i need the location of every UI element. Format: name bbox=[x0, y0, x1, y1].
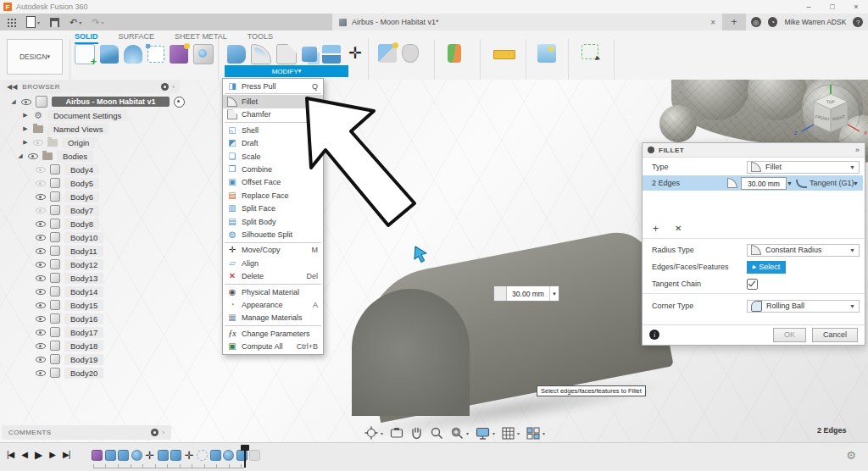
orbit-icon[interactable] bbox=[364, 426, 378, 440]
visibility-eye-icon[interactable] bbox=[36, 260, 46, 269]
dimension-dropdown-icon[interactable]: ▾ bbox=[549, 286, 559, 301]
timeline-pattern-feature[interactable] bbox=[197, 450, 208, 461]
timeline-solid-feature[interactable] bbox=[105, 450, 116, 461]
cancel-button[interactable]: Cancel bbox=[812, 328, 858, 342]
file-menu-caret-icon[interactable]: ▾ bbox=[37, 19, 40, 25]
insert-image-icon[interactable] bbox=[537, 44, 556, 63]
panel-options-icon[interactable] bbox=[161, 83, 169, 91]
menu-item-align[interactable]: ▱Align bbox=[223, 257, 323, 269]
menu-item-fillet[interactable]: FilletF bbox=[223, 95, 323, 108]
tangent-chain-checkbox[interactable] bbox=[747, 279, 758, 290]
close-button[interactable]: × bbox=[844, 0, 868, 14]
ok-button[interactable]: OK bbox=[773, 328, 806, 342]
fillet-radius-input[interactable]: 30.00 mm bbox=[741, 177, 787, 190]
browser-body-body13[interactable]: Body13 bbox=[2, 271, 185, 285]
menu-item-move-copy[interactable]: ✛Move/CopyM bbox=[223, 244, 323, 257]
edge-set-row[interactable]: 2 Edges 30.00 mm ▼ Tangent (G1) ▼ bbox=[643, 175, 863, 191]
tab-surface[interactable]: SURFACE bbox=[119, 32, 155, 44]
menu-item-appearance[interactable]: ◔AppearanceA bbox=[223, 298, 323, 311]
timeline-split-feature[interactable] bbox=[158, 450, 169, 461]
fillet-icon[interactable] bbox=[251, 44, 271, 64]
chevron-down-icon[interactable]: ▼ bbox=[853, 180, 859, 186]
job-status-icon[interactable]: ◔ bbox=[768, 17, 778, 27]
visibility-eye-icon[interactable] bbox=[36, 314, 46, 324]
browser-body-body15[interactable]: Body15 bbox=[2, 298, 185, 312]
press-pull-icon[interactable] bbox=[227, 45, 246, 64]
browser-body-body7[interactable]: Body7 bbox=[2, 203, 185, 217]
visibility-eye-icon[interactable] bbox=[28, 152, 38, 161]
timeline-settings-gear-icon[interactable]: ⚙ bbox=[846, 449, 856, 462]
select-tool-icon[interactable] bbox=[581, 44, 598, 59]
hole-icon[interactable] bbox=[193, 44, 214, 64]
browser-body-body18[interactable]: Body18 bbox=[2, 339, 185, 352]
document-tab-close-icon[interactable]: × bbox=[710, 18, 715, 27]
redo-caret-icon[interactable]: ▾ bbox=[101, 19, 103, 25]
minimize-button[interactable]: – bbox=[797, 0, 821, 14]
fillet-dialog-header[interactable]: FILLET » bbox=[643, 143, 865, 158]
corner-type-select[interactable]: Rolling Ball ▼ bbox=[747, 300, 860, 313]
browser-body-body10[interactable]: Body10 bbox=[2, 230, 185, 244]
pan-icon[interactable] bbox=[410, 426, 423, 440]
visibility-eye-icon[interactable] bbox=[21, 97, 31, 107]
timeline-rolled-back-feature[interactable] bbox=[249, 450, 260, 461]
browser-body-body19[interactable]: Body19 bbox=[2, 352, 185, 366]
new-tab-button[interactable]: + bbox=[722, 14, 746, 30]
comments-panel-header[interactable]: COMMENTS › bbox=[2, 425, 171, 440]
menu-item-draft[interactable]: ◩Draft bbox=[223, 137, 323, 150]
browser-body-body4[interactable]: Body4 bbox=[2, 163, 185, 176]
display-caret-icon[interactable]: ▾ bbox=[492, 430, 495, 436]
grid-settings-icon[interactable] bbox=[502, 427, 515, 440]
visibility-eye-icon[interactable] bbox=[33, 138, 43, 147]
undo-icon[interactable]: ↶ bbox=[70, 17, 77, 28]
timeline-move-feature[interactable]: ✛ bbox=[144, 450, 155, 461]
info-icon[interactable]: i bbox=[649, 330, 659, 340]
chevron-down-icon[interactable]: ▼ bbox=[787, 180, 793, 186]
browser-body-body8[interactable]: Body8 bbox=[2, 217, 185, 230]
tab-solid[interactable]: SOLID bbox=[75, 32, 98, 44]
expand-triangle-icon[interactable]: ◢ bbox=[17, 152, 24, 159]
visibility-eye-icon[interactable] bbox=[36, 206, 46, 215]
look-at-icon[interactable] bbox=[390, 427, 403, 439]
dialog-dock-icon[interactable]: » bbox=[855, 146, 860, 154]
user-name[interactable]: Mike Warren ADSK bbox=[784, 18, 846, 26]
modify-group-label[interactable]: MODIFY bbox=[225, 65, 348, 77]
browser-body-body11[interactable]: Body11 bbox=[2, 244, 185, 258]
select-button[interactable]: Select bbox=[747, 261, 786, 274]
menu-item-compute-all[interactable]: ▣Compute AllCtrl+B bbox=[223, 340, 323, 352]
panel-resize-icon[interactable]: › bbox=[172, 83, 175, 91]
combine-icon[interactable] bbox=[302, 47, 317, 62]
visibility-eye-icon[interactable] bbox=[36, 368, 46, 378]
undo-caret-icon[interactable]: ▾ bbox=[79, 19, 81, 25]
dimension-drag-handle[interactable] bbox=[494, 286, 507, 301]
expand-triangle-icon[interactable]: ▶ bbox=[22, 112, 29, 119]
expand-triangle-icon[interactable]: ▶ bbox=[22, 125, 29, 132]
visibility-eye-icon[interactable] bbox=[36, 355, 46, 364]
extensions-icon[interactable]: ◎ bbox=[751, 17, 761, 27]
browser-node-origin[interactable]: ▶ Origin bbox=[2, 136, 185, 149]
type-select[interactable]: Fillet ▼ bbox=[747, 161, 860, 174]
joint-icon[interactable] bbox=[402, 44, 419, 63]
expand-triangle-icon[interactable]: ◢ bbox=[10, 98, 17, 105]
timeline-sphere-feature[interactable] bbox=[131, 450, 142, 461]
timeline-solid-feature[interactable] bbox=[170, 450, 181, 461]
redo-icon[interactable]: ↷ bbox=[92, 17, 99, 28]
browser-node-named-views[interactable]: ▶ Named Views bbox=[2, 122, 185, 136]
timeline-form-feature[interactable] bbox=[92, 450, 103, 461]
box-icon[interactable] bbox=[147, 46, 164, 63]
menu-item-manage-materials[interactable]: ▦Manage Materials bbox=[223, 312, 323, 324]
workspace-selector[interactable]: DESIGN bbox=[7, 39, 63, 75]
browser-body-body12[interactable]: Body12 bbox=[2, 258, 185, 271]
fit-caret-icon[interactable]: ▾ bbox=[466, 430, 469, 436]
new-component-icon[interactable] bbox=[378, 44, 397, 63]
document-tab[interactable]: Airbus - Moon Habitat v1* × bbox=[332, 14, 722, 30]
revolve-icon[interactable] bbox=[124, 45, 142, 64]
radius-type-select[interactable]: Constant Radius ▼ bbox=[747, 244, 860, 257]
menu-item-press-pull[interactable]: ◨Press PullQ bbox=[223, 80, 323, 92]
visibility-eye-icon[interactable] bbox=[36, 165, 46, 175]
menu-item-replace-face[interactable]: ▤Replace Face bbox=[223, 189, 323, 202]
menu-item-combine[interactable]: ❐Combine bbox=[223, 163, 323, 175]
radius-dimension-input[interactable]: 30.00 mm bbox=[507, 286, 549, 301]
split-body-icon[interactable] bbox=[322, 45, 341, 64]
browser-body-body16[interactable]: Body16 bbox=[2, 312, 185, 325]
expand-triangle-icon[interactable]: ▶ bbox=[22, 139, 29, 146]
